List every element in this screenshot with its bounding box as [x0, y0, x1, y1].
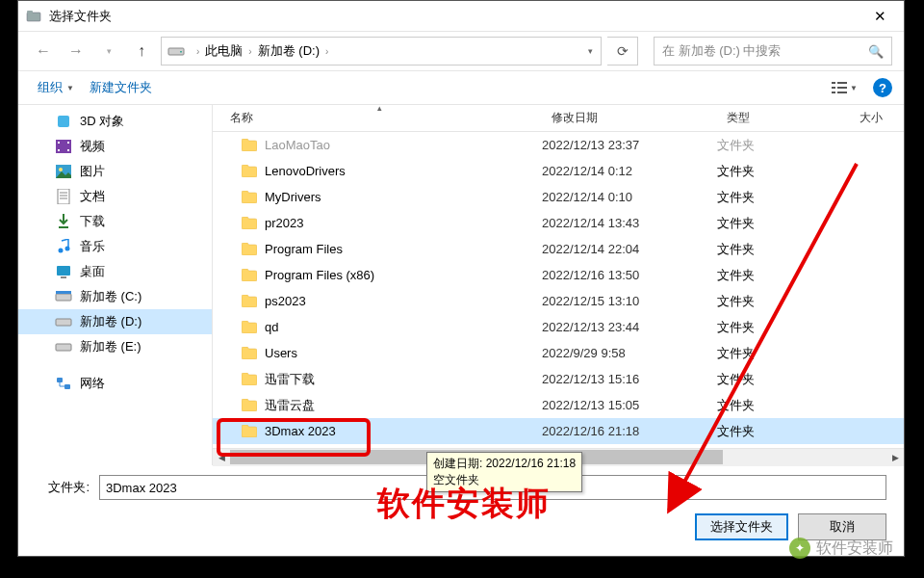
address-bar[interactable]: › 此电脑 › 新加卷 (D:) › ▾ — [161, 37, 602, 66]
column-name[interactable]: ▴名称 — [213, 105, 542, 131]
file-name: pr2023 — [265, 216, 303, 230]
svg-rect-12 — [58, 142, 60, 144]
search-input[interactable]: 在 新加卷 (D:) 中搜索 🔍 — [654, 37, 892, 66]
pic-icon — [55, 164, 72, 179]
breadcrumb-pc[interactable]: 此电脑 — [205, 42, 243, 60]
folder-icon — [242, 321, 257, 333]
refresh-button[interactable]: ⟳ — [607, 37, 638, 66]
file-row[interactable]: qd2022/12/13 23:44文件夹 — [213, 314, 904, 340]
folder-icon — [242, 269, 257, 281]
folder-label: 文件夹: — [36, 479, 90, 496]
file-type: 文件夹 — [717, 397, 850, 414]
svg-rect-7 — [837, 87, 847, 89]
sidebar-item[interactable]: 新加卷 (D:) — [18, 309, 212, 334]
view-mode-button[interactable]: ▼ — [826, 79, 863, 96]
file-row[interactable]: pr20232022/12/14 13:43文件夹 — [213, 210, 904, 236]
help-button[interactable]: ? — [873, 78, 892, 97]
file-date: 2022/12/16 13:50 — [542, 268, 717, 282]
file-row[interactable]: 3Dmax 20232022/12/16 21:18文件夹 — [213, 418, 904, 444]
file-type: 文件夹 — [717, 267, 850, 284]
sidebar-item[interactable]: 下载 — [18, 209, 212, 234]
scroll-right-icon[interactable]: ▶ — [886, 449, 904, 466]
file-type: 文件夹 — [717, 163, 850, 180]
file-name: Program Files (x86) — [265, 268, 374, 282]
sidebar-item[interactable]: 图片 — [18, 159, 212, 184]
svg-rect-14 — [67, 142, 69, 144]
column-date[interactable]: 修改日期 — [542, 105, 717, 131]
tooltip: 创建日期: 2022/12/16 21:18 空文件夹 — [426, 452, 582, 492]
svg-point-24 — [65, 247, 70, 251]
file-name: MyDrivers — [265, 190, 321, 204]
sidebar-item[interactable]: 3D 对象 — [18, 109, 212, 134]
file-type: 文件夹 — [717, 189, 850, 206]
folder-icon — [242, 191, 257, 203]
file-list-area: ▴名称 修改日期 类型 大小 LaoMaoTao2022/12/13 23:37… — [213, 105, 904, 465]
nav-row: ← → ▾ ↑ › 此电脑 › 新加卷 (D:) › ▾ ⟳ 在 新加卷 (D:… — [18, 32, 904, 70]
sidebar-item[interactable]: 文档 — [18, 184, 212, 209]
svg-rect-8 — [832, 92, 835, 93]
file-row[interactable]: 迅雷云盘2022/12/13 15:05文件夹 — [213, 392, 904, 418]
nav-back-button[interactable]: ← — [30, 38, 57, 65]
file-row[interactable]: LenovoDrivers2022/12/14 0:12文件夹 — [213, 158, 904, 184]
svg-rect-9 — [837, 92, 847, 93]
svg-point-23 — [59, 249, 64, 253]
file-date: 2022/12/14 0:12 — [542, 164, 717, 178]
address-dropdown-icon[interactable]: ▾ — [588, 46, 593, 56]
column-size[interactable]: 大小 — [850, 105, 904, 131]
file-name: ps2023 — [265, 294, 306, 308]
svg-rect-0 — [27, 13, 40, 21]
doc-icon — [55, 189, 72, 204]
nav-recent-button[interactable]: ▾ — [95, 38, 122, 65]
cancel-button[interactable]: 取消 — [798, 513, 886, 540]
file-row[interactable]: LaoMaoTao2022/12/13 23:37文件夹 — [213, 132, 904, 158]
file-date: 2022/12/14 22:04 — [542, 242, 717, 256]
file-type: 文件夹 — [717, 293, 850, 310]
drive-icon — [167, 44, 185, 58]
sidebar-item[interactable]: 新加卷 (E:) — [18, 334, 212, 359]
file-row[interactable]: 迅雷下载2022/12/13 15:16文件夹 — [213, 366, 904, 392]
svg-rect-30 — [56, 344, 71, 351]
music-icon — [55, 239, 72, 254]
nav-up-button[interactable]: ↑ — [128, 38, 155, 65]
organize-button[interactable]: 组织▼ — [30, 75, 82, 100]
svg-rect-28 — [56, 291, 71, 294]
svg-rect-3 — [180, 51, 182, 53]
svg-rect-25 — [57, 266, 70, 276]
file-row[interactable]: Program Files2022/12/14 22:04文件夹 — [213, 236, 904, 262]
breadcrumb-drive[interactable]: 新加卷 (D:) — [258, 42, 320, 60]
file-date: 2022/12/16 21:18 — [542, 424, 717, 438]
file-date: 2022/12/13 23:37 — [542, 138, 717, 152]
drive-c-icon — [55, 289, 72, 304]
sidebar-item[interactable]: 新加卷 (C:) — [18, 284, 212, 309]
file-list[interactable]: LaoMaoTao2022/12/13 23:37文件夹LenovoDriver… — [213, 132, 904, 448]
file-row[interactable]: MyDrivers2022/12/14 0:10文件夹 — [213, 184, 904, 210]
breadcrumb-sep-icon: › — [248, 46, 251, 57]
svg-rect-1 — [27, 11, 33, 13]
breadcrumb-sep-icon: › — [196, 46, 199, 57]
file-row[interactable]: Program Files (x86)2022/12/16 13:50文件夹 — [213, 262, 904, 288]
scroll-left-icon[interactable]: ◀ — [213, 449, 230, 466]
sidebar-item[interactable]: 视频 — [18, 134, 212, 159]
titlebar: 选择文件夹 ✕ — [18, 1, 904, 32]
file-date: 2022/12/13 15:16 — [542, 372, 717, 386]
svg-rect-10 — [58, 116, 69, 127]
sidebar-item[interactable]: 音乐 — [18, 234, 212, 259]
close-button[interactable]: ✕ — [860, 2, 900, 31]
network-icon — [55, 376, 72, 391]
folder-icon — [242, 139, 257, 151]
sidebar-tree[interactable]: 3D 对象视频图片文档下载音乐桌面新加卷 (C:)新加卷 (D:)新加卷 (E:… — [18, 105, 213, 465]
column-type[interactable]: 类型 — [717, 105, 850, 131]
select-folder-button[interactable]: 选择文件夹 — [695, 513, 788, 540]
folder-picker-dialog: 选择文件夹 ✕ ← → ▾ ↑ › 此电脑 › 新加卷 (D:) › ▾ ⟳ 在… — [17, 0, 905, 557]
file-row[interactable]: Users2022/9/29 9:58文件夹 — [213, 340, 904, 366]
file-row[interactable]: ps20232022/12/15 13:10文件夹 — [213, 288, 904, 314]
file-name: Program Files — [265, 242, 343, 256]
new-folder-button[interactable]: 新建文件夹 — [82, 75, 160, 100]
folder-icon — [242, 425, 257, 437]
3d-icon — [55, 114, 72, 129]
sidebar-item[interactable]: 桌面 — [18, 259, 212, 284]
file-name: LenovoDrivers — [265, 164, 346, 178]
sidebar-item-network[interactable]: 网络 — [18, 371, 212, 396]
column-headers[interactable]: ▴名称 修改日期 类型 大小 — [213, 105, 904, 132]
file-name: Users — [265, 346, 297, 360]
